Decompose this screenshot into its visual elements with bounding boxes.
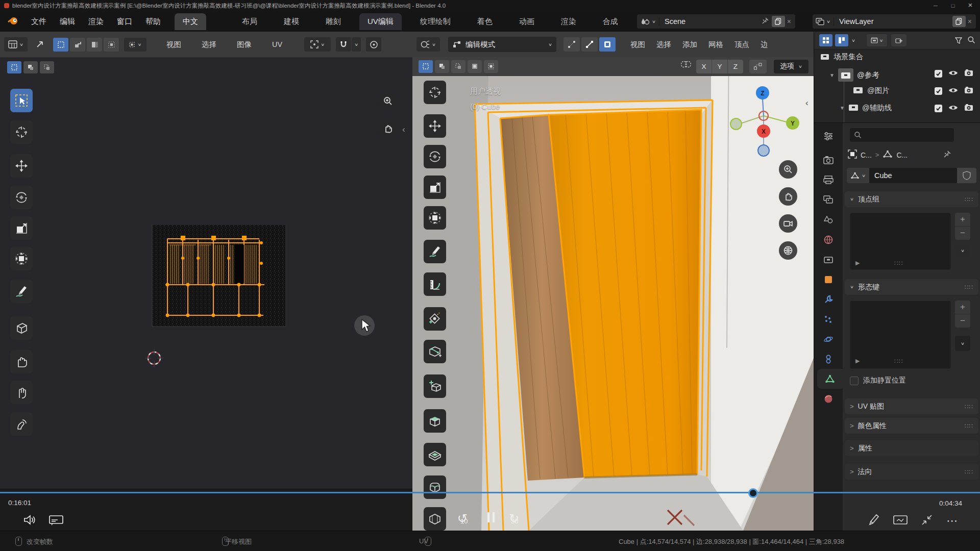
scene-icon[interactable]: ∨	[637, 17, 659, 26]
uv-tool-annotate[interactable]	[10, 280, 33, 303]
uv-menu-view[interactable]: 视图	[161, 32, 187, 57]
tab-output[interactable]	[814, 170, 843, 190]
vp-menu-mesh[interactable]: 网格	[703, 32, 729, 57]
eye-icon[interactable]	[948, 87, 958, 95]
video-pause-button[interactable]	[487, 512, 495, 524]
list-drag-dots-icon[interactable]: ∷∷	[894, 260, 903, 267]
outliner-row-collection-ref[interactable]: ▼ @参考	[829, 68, 879, 82]
workspace-tab-sculpting[interactable]: 雕刻	[317, 13, 349, 30]
list-filter-play-icon[interactable]: ▶	[855, 358, 860, 364]
workspace-tab-texture-paint[interactable]: 纹理绘制	[412, 13, 459, 30]
color-attributes-panel-header[interactable]: > 颜色属性 ∷∷	[845, 418, 978, 434]
workspace-tab-layout[interactable]: 布局	[234, 13, 265, 30]
uv-sticky-select-dropdown[interactable]: ∨	[124, 38, 146, 52]
camera-render-icon[interactable]	[964, 86, 973, 95]
tab-render[interactable]	[814, 150, 843, 170]
vp-pan-hand-icon[interactable]	[779, 187, 797, 206]
vp-tool-rotate[interactable]	[424, 145, 446, 168]
mode-dropdown[interactable]: 编辑模式 ∨	[448, 37, 556, 52]
vertex-groups-panel-header[interactable]: ∨ 顶点组 ∷∷	[845, 191, 978, 207]
select-mode-vertex[interactable]	[564, 37, 580, 52]
uv-select-mode-face[interactable]	[87, 38, 102, 52]
eye-icon[interactable]	[948, 69, 958, 78]
tab-world[interactable]	[814, 230, 843, 249]
outliner-display-mode-icon[interactable]	[819, 34, 832, 46]
tab-particles[interactable]	[814, 309, 843, 329]
pencil-tool-icon[interactable]	[868, 513, 880, 528]
outliner-filter-icon[interactable]	[952, 34, 965, 46]
uv-zoom-button[interactable]	[379, 92, 397, 110]
viewlayer-name[interactable]: ViewLayer	[834, 17, 952, 26]
disclosure-triangle-icon[interactable]: ▼	[829, 72, 835, 78]
vp-grid-toggle-button[interactable]	[779, 241, 797, 260]
uv-menu-image[interactable]: 图像	[231, 32, 257, 57]
vp-tool-transform[interactable]	[424, 206, 446, 230]
shape-key-specials-menu[interactable]: ∨	[955, 336, 970, 351]
workspace-tab-rendering[interactable]: 渲染	[553, 13, 584, 30]
tab-collection[interactable]	[814, 249, 843, 269]
workspace-tab-shading[interactable]: 着色	[469, 13, 501, 30]
exclude-checkbox[interactable]	[935, 87, 942, 95]
vp-tool-move[interactable]	[424, 114, 446, 138]
outliner-row-collection-images[interactable]: @图片	[853, 86, 890, 95]
volume-icon[interactable]	[23, 514, 37, 527]
minimize-overlay-icon[interactable]	[921, 514, 933, 528]
menu-file[interactable]: 文件	[24, 11, 53, 32]
minimize-button[interactable]: ─	[928, 0, 943, 11]
video-forward-button[interactable]: ↻ 30	[509, 511, 519, 525]
exclude-checkbox[interactable]	[935, 70, 942, 78]
remove-viewlayer-icon[interactable]: ×	[968, 17, 976, 26]
vp-proportional-snap-icon[interactable]	[749, 60, 767, 73]
vp-tool-cursor[interactable]	[424, 81, 446, 104]
mirror-z-button[interactable]: Z	[728, 60, 743, 73]
vp-tool-scale[interactable]	[424, 176, 446, 199]
uv-tool-twist[interactable]	[10, 412, 33, 436]
disclosure-triangle-icon[interactable]: ▼	[840, 105, 845, 111]
vp-tool-annotate[interactable]	[424, 240, 446, 263]
breadcrumb-object[interactable]: C...	[861, 151, 872, 159]
vp-tool-inset[interactable]	[424, 443, 446, 466]
shape-keys-list[interactable]: ▶ ∷∷	[850, 300, 951, 369]
vp-tool-knife[interactable]	[424, 340, 446, 363]
attributes-panel-header[interactable]: > 属性	[845, 440, 978, 456]
mirror-x-button[interactable]: X	[696, 60, 712, 73]
pin-icon[interactable]	[758, 17, 772, 27]
blender-logo-icon[interactable]	[7, 16, 19, 27]
outliner-filter-collection-icon[interactable]: ∨	[867, 34, 887, 46]
new-scene-icon[interactable]	[772, 16, 785, 27]
tab-material[interactable]	[814, 389, 843, 409]
menu-render[interactable]: 渲染	[82, 11, 110, 32]
exclude-checkbox[interactable]	[935, 105, 942, 112]
video-progress-bar[interactable]	[0, 492, 980, 493]
video-progress-handle[interactable]	[748, 488, 758, 498]
uv-select-mode-island[interactable]	[104, 38, 119, 52]
camera-render-icon[interactable]	[964, 69, 973, 78]
tab-object-data[interactable]	[817, 369, 843, 389]
vp-select-intersect-mode[interactable]	[484, 60, 498, 73]
uv-tool-grab[interactable]	[10, 350, 33, 373]
uv-maps-panel-header[interactable]: > UV 贴图 ∷∷	[845, 398, 978, 414]
unlink-scene-icon[interactable]: ×	[787, 17, 795, 26]
vp-sidebar-collapse-icon[interactable]: ‹	[805, 98, 808, 108]
uv-menu-uv[interactable]: UV	[266, 32, 288, 57]
uv-tool-select-box[interactable]	[10, 89, 33, 112]
uv-tool-transform[interactable]	[10, 247, 33, 270]
list-filter-play-icon[interactable]: ▶	[855, 260, 860, 266]
tab-tool[interactable]	[814, 126, 843, 146]
vp-select-set-mode[interactable]	[419, 60, 433, 73]
uv-pan-hand-icon[interactable]	[379, 119, 397, 138]
mirror-y-button[interactable]: Y	[712, 60, 728, 73]
workspace-tab-compositing[interactable]: 合成	[595, 13, 626, 30]
list-drag-dots-icon[interactable]: ∷∷	[894, 358, 903, 365]
uv-select-extend-mode[interactable]	[23, 61, 38, 73]
remove-vertex-group-button[interactable]: −	[955, 227, 970, 240]
tab-constraints[interactable]	[814, 349, 843, 369]
more-options-icon[interactable]: ⋯	[946, 514, 958, 528]
vp-camera-view-button[interactable]	[779, 214, 797, 233]
shape-keys-panel-header[interactable]: ∨ 形态键 ∷∷	[845, 279, 978, 295]
workspace-tab-animation[interactable]: 动画	[511, 13, 543, 30]
uv-snap-magnet-icon[interactable]	[336, 37, 351, 52]
normals-panel-header[interactable]: > 法向 ∷∷	[845, 464, 978, 480]
mesh-datablock-icon[interactable]: ∨	[847, 168, 869, 183]
outliner-row-scene-collection[interactable]: 场景集合	[820, 52, 863, 62]
